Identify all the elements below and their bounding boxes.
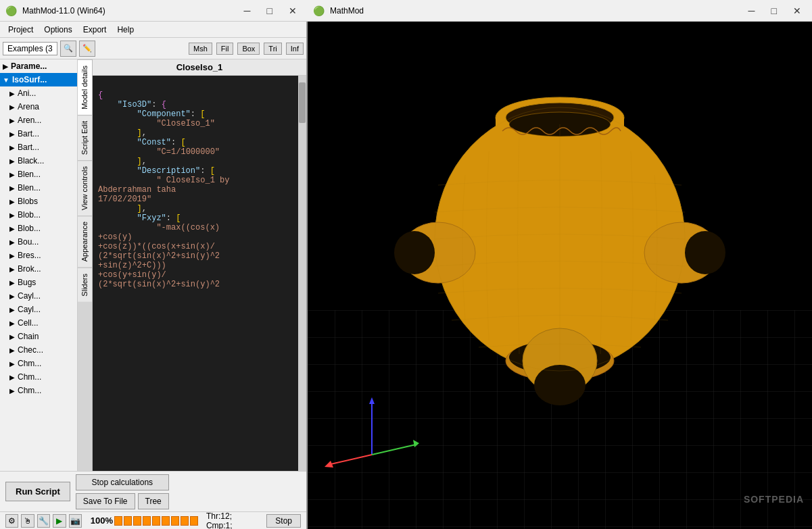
fil-btn[interactable]: Fil <box>216 43 234 55</box>
sidebar-item-chec[interactable]: ▶Chec... <box>0 343 77 357</box>
tab-sliders[interactable]: Sliders <box>78 268 92 302</box>
code-area: CloseIso_1 { "Iso3D": { "Component": [ "… <box>93 59 306 471</box>
close-btn-left[interactable]: ✕ <box>283 4 302 18</box>
tab-script-edit[interactable]: Script Edit <box>78 115 92 160</box>
sidebar-item-isosurf[interactable]: ▼IsoSurf... <box>0 73 77 86</box>
code-editor[interactable]: { "Iso3D": { "Component": [ "CloseIso_1"… <box>93 76 298 471</box>
menu-project[interactable]: Project <box>3 24 39 36</box>
svg-point-9 <box>394 231 435 274</box>
left-window-title: MathMod-11.0 (Win64) <box>22 6 233 16</box>
svg-line-17 <box>328 455 372 465</box>
status-text: Thr:12; Cmp:1; <box>201 511 264 530</box>
tool-icon-3[interactable]: 🔧 <box>37 514 50 528</box>
right-title-bar: 🟢 MathMod ─ □ ✕ <box>308 0 812 22</box>
sidebar-item-bart2[interactable]: ▶Bart... <box>0 141 77 154</box>
sidebar-item-blob2[interactable]: ▶Blob... <box>0 222 77 235</box>
sidebar-item-blen1[interactable]: ▶Blen... <box>0 168 77 181</box>
scrollbar-vertical[interactable] <box>298 76 306 471</box>
sidebar-item-blob1[interactable]: ▶Blob... <box>0 208 77 222</box>
sidebar-item-chain[interactable]: ▶Chain <box>0 330 77 343</box>
progress-seg-8 <box>181 516 189 526</box>
sidebar-item-cayl2[interactable]: ▶Cayl... <box>0 303 77 316</box>
sidebar-item-arena[interactable]: ▶Arena <box>0 100 77 114</box>
right-panel: SOFTPEDIA <box>308 22 812 529</box>
stop-calculations-btn[interactable]: Stop calculations <box>76 474 169 490</box>
3d-model <box>384 50 736 442</box>
softpedia-watermark: SOFTPEDIA <box>744 494 804 505</box>
svg-line-19 <box>372 445 416 455</box>
progress-seg-4 <box>143 516 151 526</box>
progress-container: 100% <box>85 515 198 526</box>
minimize-btn-left[interactable]: ─ <box>239 4 256 18</box>
examples-dropdown[interactable]: Examples (3 <box>3 42 57 55</box>
menu-help[interactable]: Help <box>112 24 139 36</box>
svg-marker-16 <box>369 397 375 404</box>
status-bar: ⚙ 🖱 🔧 ▶ 📷 100% <box>0 511 306 529</box>
axes <box>321 394 423 475</box>
tri-btn[interactable]: Tri <box>264 43 281 55</box>
progress-seg-1 <box>114 516 122 526</box>
progress-seg-2 <box>124 516 132 526</box>
viewport[interactable]: SOFTPEDIA <box>308 43 812 529</box>
sidebar-list: ▶Parame... ▼IsoSurf... ▶Ani... ▶Arena ▶A… <box>0 59 78 471</box>
sidebar-item-chm2[interactable]: ▶Chm... <box>0 370 77 384</box>
sidebar-item-bugs[interactable]: ▶Bugs <box>0 276 77 289</box>
sidebar-item-aren[interactable]: ▶Aren... <box>0 114 77 127</box>
sidebar-item-brok[interactable]: ▶Brok... <box>0 262 77 276</box>
sidebar-item-chm1[interactable]: ▶Chm... <box>0 357 77 370</box>
svg-marker-20 <box>413 440 419 447</box>
progress-seg-9 <box>190 516 198 526</box>
sidebar-item-bres[interactable]: ▶Bres... <box>0 249 77 262</box>
inf-btn[interactable]: Inf <box>286 43 304 55</box>
search-icon-btn[interactable]: 🔍 <box>60 41 76 57</box>
save-to-file-btn[interactable]: Save To File <box>76 493 135 509</box>
sidebar-item-parame[interactable]: ▶Parame... <box>0 59 77 73</box>
msh-btn[interactable]: Msh <box>189 43 212 55</box>
sidebar-item-ani[interactable]: ▶Ani... <box>0 86 77 100</box>
tree-btn[interactable]: Tree <box>138 493 169 509</box>
maximize-btn-left[interactable]: □ <box>262 4 278 18</box>
progress-seg-6 <box>162 516 170 526</box>
right-app-icon: 🟢 <box>313 5 325 16</box>
run-script-btn[interactable]: Run Script <box>5 482 70 501</box>
stop-btn[interactable]: Stop <box>266 514 301 528</box>
maximize-btn-right[interactable]: □ <box>766 4 782 18</box>
right-window-title: MathMod <box>330 6 738 16</box>
tab-appearance[interactable]: Appearance <box>78 216 92 267</box>
tab-view-controls[interactable]: View controls <box>78 160 92 216</box>
progress-bars <box>114 516 198 526</box>
sidebar-item-cell[interactable]: ▶Cell... <box>0 316 77 330</box>
progress-seg-5 <box>152 516 160 526</box>
sidebar-item-bart1[interactable]: ▶Bart... <box>0 127 77 141</box>
svg-point-11 <box>685 231 725 274</box>
sidebar-item-blen2[interactable]: ▶Blen... <box>0 181 77 195</box>
tool-icon-2[interactable]: 🖱 <box>21 514 34 528</box>
play-icon[interactable]: ▶ <box>53 514 66 528</box>
tab-model-details[interactable]: Model details <box>78 59 92 115</box>
box-btn[interactable]: Box <box>237 43 260 55</box>
tool-icon-1[interactable]: ⚙ <box>5 514 18 528</box>
action-bar: Run Script Stop calculations Save To Fil… <box>0 471 306 511</box>
sidebar-item-blobs[interactable]: ▶Blobs <box>0 195 77 208</box>
sidebar-item-black[interactable]: ▶Black... <box>0 154 77 168</box>
left-app-icon: 🟢 <box>5 5 17 16</box>
close-btn-right[interactable]: ✕ <box>788 4 807 18</box>
action-btn-group: Stop calculations Save To File Tree <box>76 474 169 509</box>
edit-icon-btn[interactable]: ✏️ <box>79 41 95 57</box>
menu-options[interactable]: Options <box>39 24 77 36</box>
minimize-btn-right[interactable]: ─ <box>743 4 761 18</box>
progress-seg-3 <box>133 516 141 526</box>
examples-bar: Examples (3 🔍 ✏️ Msh Fil Box Tri Inf <box>0 38 306 59</box>
code-header: CloseIso_1 <box>93 59 306 76</box>
vertical-tabs: Model details Script Edit View controls … <box>78 59 93 471</box>
sidebar-item-chm3[interactable]: ▶Chm... <box>0 384 77 397</box>
sidebar-item-cayl1[interactable]: ▶Cayl... <box>0 289 77 303</box>
progress-seg-7 <box>171 516 179 526</box>
menu-export[interactable]: Export <box>78 24 112 36</box>
left-title-bar: 🟢 MathMod-11.0 (Win64) ─ □ ✕ <box>0 0 308 22</box>
sidebar-item-bou[interactable]: ▶Bou... <box>0 235 77 249</box>
progress-label: 100% <box>85 515 113 526</box>
camera-icon[interactable]: 📷 <box>69 514 82 528</box>
menu-bar: Project Options Export Help <box>0 22 306 38</box>
